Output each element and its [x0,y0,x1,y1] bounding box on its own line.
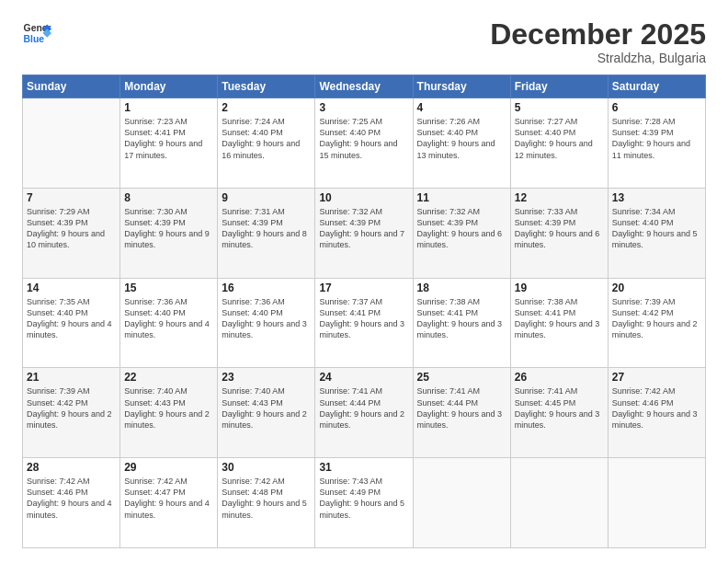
calendar-week-row: 21Sunrise: 7:39 AM Sunset: 4:42 PM Dayli… [23,368,706,458]
cell-info: Sunrise: 7:42 AM Sunset: 4:47 PM Dayligh… [124,476,213,521]
title-block: December 2025 Straldzha, Bulgaria [490,18,706,65]
day-number: 2 [222,101,311,114]
cell-info: Sunrise: 7:28 AM Sunset: 4:39 PM Dayligh… [612,116,701,161]
logo-icon: General Blue [22,18,51,48]
day-number: 9 [222,191,311,204]
cell-info: Sunrise: 7:35 AM Sunset: 4:40 PM Dayligh… [27,296,116,341]
header: General Blue December 2025 Straldzha, Bu… [22,18,706,65]
cell-info: Sunrise: 7:37 AM Sunset: 4:41 PM Dayligh… [319,296,408,341]
cell-info: Sunrise: 7:33 AM Sunset: 4:39 PM Dayligh… [515,206,604,251]
page: General Blue December 2025 Straldzha, Bu… [0,0,728,563]
day-number: 23 [222,371,311,384]
day-number: 3 [319,101,408,114]
table-row: 2Sunrise: 7:24 AM Sunset: 4:40 PM Daylig… [218,98,315,189]
day-number: 4 [417,101,506,114]
calendar-week-row: 7Sunrise: 7:29 AM Sunset: 4:39 PM Daylig… [23,188,706,278]
cell-info: Sunrise: 7:40 AM Sunset: 4:43 PM Dayligh… [124,385,213,431]
cell-info: Sunrise: 7:40 AM Sunset: 4:43 PM Dayligh… [222,385,311,431]
day-number: 29 [124,461,213,474]
day-number: 27 [612,371,701,384]
table-row [510,458,608,548]
day-number: 1 [124,101,213,114]
table-row: 16Sunrise: 7:36 AM Sunset: 4:40 PM Dayli… [218,278,315,368]
calendar-week-row: 14Sunrise: 7:35 AM Sunset: 4:40 PM Dayli… [23,278,706,368]
table-row: 28Sunrise: 7:42 AM Sunset: 4:46 PM Dayli… [23,458,120,548]
cell-info: Sunrise: 7:41 AM Sunset: 4:45 PM Dayligh… [515,385,604,431]
table-row: 29Sunrise: 7:42 AM Sunset: 4:47 PM Dayli… [120,458,218,548]
header-wednesday: Wednesday [315,75,413,98]
cell-info: Sunrise: 7:31 AM Sunset: 4:39 PM Dayligh… [222,206,311,251]
cell-info: Sunrise: 7:41 AM Sunset: 4:44 PM Dayligh… [417,385,506,431]
table-row [608,458,705,548]
table-row: 12Sunrise: 7:33 AM Sunset: 4:39 PM Dayli… [510,188,608,278]
table-row: 1Sunrise: 7:23 AM Sunset: 4:41 PM Daylig… [120,98,218,189]
day-number: 21 [27,371,116,384]
cell-info: Sunrise: 7:43 AM Sunset: 4:49 PM Dayligh… [319,476,408,521]
table-row [413,458,510,548]
day-number: 13 [612,191,701,204]
location: Straldzha, Bulgaria [490,51,706,65]
svg-text:Blue: Blue [24,34,45,44]
table-row: 9Sunrise: 7:31 AM Sunset: 4:39 PM Daylig… [218,188,315,278]
day-number: 7 [27,191,116,204]
header-tuesday: Tuesday [218,75,315,98]
table-row: 3Sunrise: 7:25 AM Sunset: 4:40 PM Daylig… [315,98,413,189]
table-row: 25Sunrise: 7:41 AM Sunset: 4:44 PM Dayli… [413,368,510,458]
table-row: 17Sunrise: 7:37 AM Sunset: 4:41 PM Dayli… [315,278,413,368]
cell-info: Sunrise: 7:36 AM Sunset: 4:40 PM Dayligh… [222,296,311,341]
table-row: 13Sunrise: 7:34 AM Sunset: 4:40 PM Dayli… [608,188,705,278]
cell-info: Sunrise: 7:32 AM Sunset: 4:39 PM Dayligh… [319,206,408,251]
cell-info: Sunrise: 7:42 AM Sunset: 4:46 PM Dayligh… [612,385,701,431]
day-number: 26 [515,371,604,384]
table-row: 15Sunrise: 7:36 AM Sunset: 4:40 PM Dayli… [120,278,218,368]
day-number: 17 [319,282,408,294]
day-number: 20 [612,282,701,294]
table-row: 30Sunrise: 7:42 AM Sunset: 4:48 PM Dayli… [218,458,315,548]
cell-info: Sunrise: 7:29 AM Sunset: 4:39 PM Dayligh… [27,206,116,251]
table-row: 5Sunrise: 7:27 AM Sunset: 4:40 PM Daylig… [510,98,608,189]
table-row: 24Sunrise: 7:41 AM Sunset: 4:44 PM Dayli… [315,368,413,458]
day-number: 5 [515,101,604,114]
table-row: 11Sunrise: 7:32 AM Sunset: 4:39 PM Dayli… [413,188,510,278]
day-number: 25 [417,371,506,384]
table-row: 4Sunrise: 7:26 AM Sunset: 4:40 PM Daylig… [413,98,510,189]
table-row: 6Sunrise: 7:28 AM Sunset: 4:39 PM Daylig… [608,98,705,189]
table-row: 21Sunrise: 7:39 AM Sunset: 4:42 PM Dayli… [23,368,120,458]
day-number: 8 [124,191,213,204]
cell-info: Sunrise: 7:24 AM Sunset: 4:40 PM Dayligh… [222,116,311,161]
cell-info: Sunrise: 7:26 AM Sunset: 4:40 PM Dayligh… [417,116,506,161]
cell-info: Sunrise: 7:27 AM Sunset: 4:40 PM Dayligh… [515,116,604,161]
table-row: 8Sunrise: 7:30 AM Sunset: 4:39 PM Daylig… [120,188,218,278]
table-row: 22Sunrise: 7:40 AM Sunset: 4:43 PM Dayli… [120,368,218,458]
header-saturday: Saturday [608,75,705,98]
cell-info: Sunrise: 7:41 AM Sunset: 4:44 PM Dayligh… [319,385,408,431]
cell-info: Sunrise: 7:34 AM Sunset: 4:40 PM Dayligh… [612,206,701,251]
table-row: 26Sunrise: 7:41 AM Sunset: 4:45 PM Dayli… [510,368,608,458]
cell-info: Sunrise: 7:38 AM Sunset: 4:41 PM Dayligh… [417,296,506,341]
table-row: 19Sunrise: 7:38 AM Sunset: 4:41 PM Dayli… [510,278,608,368]
day-number: 31 [319,461,408,474]
cell-info: Sunrise: 7:30 AM Sunset: 4:39 PM Dayligh… [124,206,213,251]
table-row: 10Sunrise: 7:32 AM Sunset: 4:39 PM Dayli… [315,188,413,278]
day-number: 12 [515,191,604,204]
header-thursday: Thursday [413,75,510,98]
cell-info: Sunrise: 7:23 AM Sunset: 4:41 PM Dayligh… [124,116,213,161]
calendar-week-row: 1Sunrise: 7:23 AM Sunset: 4:41 PM Daylig… [23,98,706,189]
table-row: 7Sunrise: 7:29 AM Sunset: 4:39 PM Daylig… [23,188,120,278]
table-row: 27Sunrise: 7:42 AM Sunset: 4:46 PM Dayli… [608,368,705,458]
day-number: 16 [222,282,311,294]
day-number: 6 [612,101,701,114]
header-friday: Friday [510,75,608,98]
day-number: 15 [124,282,213,294]
day-number: 30 [222,461,311,474]
logo: General Blue [22,18,51,48]
day-number: 28 [27,461,116,474]
cell-info: Sunrise: 7:36 AM Sunset: 4:40 PM Dayligh… [124,296,213,341]
day-number: 14 [27,282,116,294]
header-monday: Monday [120,75,218,98]
day-number: 11 [417,191,506,204]
calendar-week-row: 28Sunrise: 7:42 AM Sunset: 4:46 PM Dayli… [23,458,706,548]
cell-info: Sunrise: 7:39 AM Sunset: 4:42 PM Dayligh… [27,385,116,431]
calendar-table: Sunday Monday Tuesday Wednesday Thursday… [22,75,706,548]
table-row [23,98,120,189]
